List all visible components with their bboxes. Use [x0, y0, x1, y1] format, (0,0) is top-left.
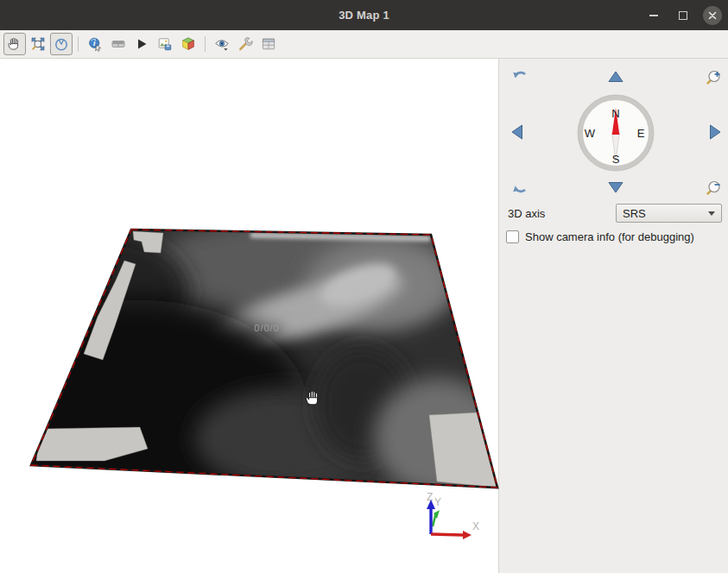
animations-button[interactable]	[130, 33, 153, 55]
title-bar: 3D Map 1	[0, 0, 728, 30]
compass-w: W	[585, 127, 596, 140]
arrow-down-icon	[606, 178, 625, 197]
camera-info-checkbox[interactable]	[506, 230, 519, 243]
tilt-up-icon	[510, 67, 529, 86]
measurement-line-button[interactable]	[107, 33, 130, 55]
configure-button[interactable]	[234, 33, 256, 55]
camera-pan-button[interactable]	[3, 33, 26, 55]
chevron-down-icon	[708, 211, 715, 216]
save-as-image-button[interactable]	[154, 33, 176, 55]
cube-icon	[180, 36, 196, 52]
minimize-button[interactable]	[644, 6, 663, 25]
hand-icon	[7, 36, 22, 52]
toolbar-separator	[78, 36, 79, 52]
3d-axis-dropdown-value: SRS	[623, 207, 708, 220]
minimize-icon	[649, 15, 658, 16]
window-controls	[644, 0, 722, 30]
arrow-up-icon	[606, 67, 625, 86]
window-title: 3D Map 1	[0, 9, 728, 22]
on-screen-navigation-button[interactable]	[50, 33, 73, 55]
zoom-in-icon	[705, 67, 724, 86]
wrench-icon	[237, 36, 253, 52]
move-down-button[interactable]	[605, 177, 626, 198]
compass-n: N	[611, 107, 619, 120]
zoom-full-icon	[30, 36, 46, 52]
3d-viewport[interactable]: 0/0/0 Z Y X	[0, 59, 499, 573]
compass-s: S	[612, 153, 620, 166]
set-view-theme-button[interactable]	[211, 33, 233, 55]
toolbar: i	[0, 30, 728, 59]
compass-e: E	[637, 127, 645, 140]
maximize-icon	[679, 11, 687, 20]
axis-y-label: Y	[434, 496, 441, 508]
tilt-down-button[interactable]	[510, 177, 530, 198]
move-right-button[interactable]	[705, 122, 725, 142]
arrow-right-icon	[706, 123, 725, 142]
play-icon	[134, 36, 149, 52]
maximize-button[interactable]	[674, 6, 693, 25]
3d-axis-dropdown[interactable]: SRS	[616, 204, 722, 223]
camera-info-row: Show camera info (for debugging)	[506, 230, 694, 243]
terrain-scene: 0/0/0 Z Y X	[0, 59, 499, 573]
3d-axis-label: 3D axis	[508, 207, 545, 220]
export-3d-scene-button[interactable]	[177, 33, 199, 55]
zoom-full-button[interactable]	[27, 33, 49, 55]
tilt-down-icon	[510, 178, 529, 197]
zoom-out-icon	[705, 178, 724, 197]
3d-map-window: 3D Map 1	[0, 0, 728, 573]
close-icon	[707, 10, 718, 21]
camera-info-label: Show camera info (for debugging)	[525, 230, 694, 243]
tilt-up-button[interactable]	[510, 66, 530, 87]
dock-window-icon	[261, 36, 276, 52]
close-button[interactable]	[703, 6, 722, 25]
move-up-button[interactable]	[605, 66, 626, 87]
axis-indicator: Z Y X	[427, 491, 479, 539]
tile-debug-label: 0/0/0	[254, 323, 279, 333]
eye-icon	[214, 36, 230, 52]
zoom-in-button[interactable]	[704, 66, 725, 87]
content-row: 0/0/0 Z Y X	[0, 59, 728, 573]
save-image-icon	[157, 36, 173, 52]
navigation-circle-icon	[54, 36, 69, 52]
identify-icon: i	[87, 36, 103, 52]
compass[interactable]: N E S W	[577, 94, 655, 172]
dock-view-button[interactable]	[257, 33, 280, 55]
toolbar-separator	[205, 36, 206, 52]
axis-z-label: Z	[427, 491, 433, 503]
move-left-button[interactable]	[507, 122, 528, 142]
navigation-panel: N E S W	[499, 59, 728, 573]
axis-x-label: X	[472, 520, 479, 532]
zoom-out-button[interactable]	[704, 177, 725, 198]
identify-button[interactable]: i	[84, 33, 106, 55]
arrow-left-icon	[508, 123, 527, 142]
measure-icon	[111, 36, 126, 52]
